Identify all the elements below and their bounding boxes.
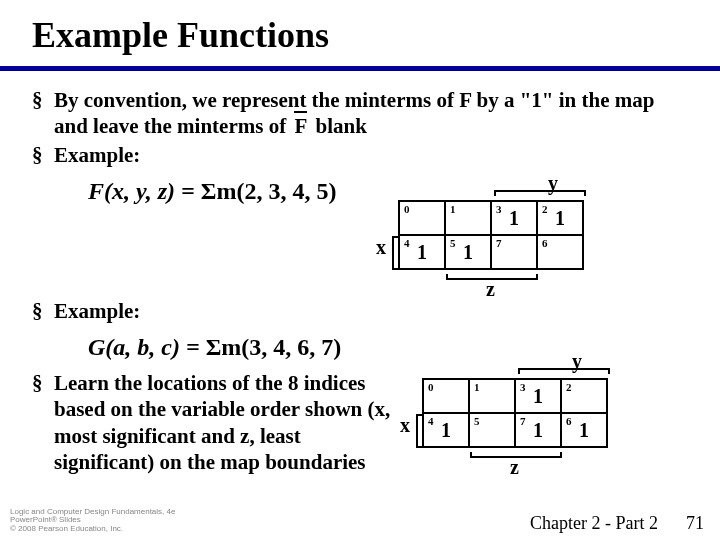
bullet-1-post: blank [310, 114, 367, 138]
kmap-cell: 41 [423, 413, 469, 447]
eq1-sigma: Σm [201, 178, 237, 204]
copyright-block: Logic and Computer Design Fundamentals, … [10, 508, 175, 534]
eq2-args: (3, 4, 6, 7) [241, 334, 341, 360]
cell-idx: 0 [428, 381, 434, 393]
cell-idx: 1 [474, 381, 480, 393]
kmap-f-x-bracket [392, 236, 398, 270]
cell-idx: 7 [520, 415, 526, 427]
eq1-args: (2, 3, 4, 5) [236, 178, 336, 204]
kmap-g-z-label: z [510, 456, 519, 479]
kmap-g-x-label: x [400, 414, 410, 437]
kmap-f-z-label: z [486, 278, 495, 301]
footer-page: 71 [686, 513, 704, 534]
cell-idx: 4 [404, 237, 410, 249]
cell-idx: 3 [496, 203, 502, 215]
kmap-g-x-bracket [416, 414, 422, 448]
slide: Example Functions § By convention, we re… [0, 0, 720, 540]
kmap-cell: 5 [469, 413, 515, 447]
title-rule [0, 66, 720, 71]
equation-g: G(a, b, c) = Σm(3, 4, 6, 7) [88, 332, 341, 362]
bullet-2: § Example: [30, 142, 690, 168]
eq2-sigma: Σm [206, 334, 242, 360]
cell-val: 1 [555, 207, 565, 229]
eq2-lhs: G(a, b, c) = [88, 334, 206, 360]
bullet-1: § By convention, we represent the minter… [30, 87, 690, 140]
cell-val: 1 [509, 207, 519, 229]
footer-chapter: Chapter 2 - Part 2 [530, 513, 658, 534]
cell-val: 1 [441, 419, 451, 441]
kmap-cell: 2 [561, 379, 607, 413]
cell-idx: 3 [520, 381, 526, 393]
cell-idx: 6 [542, 237, 548, 249]
eq1-lhs: F(x, y, z) = [88, 178, 201, 204]
bullet-mark-icon: § [30, 87, 54, 140]
table-row: 0 1 31 21 [399, 201, 583, 235]
kmap-f-table: 0 1 31 21 41 51 7 6 [398, 200, 584, 270]
bullet-3-text: Example: [54, 298, 690, 324]
copyright-line: © 2008 Pearson Education, Inc. [10, 525, 175, 534]
kmap-f-x-label: x [376, 236, 386, 259]
kmap-cell: 61 [561, 413, 607, 447]
kmap-g-y-bracket [518, 368, 610, 374]
kmap-cell: 0 [423, 379, 469, 413]
bullet-mark-icon: § [30, 298, 54, 324]
cell-idx: 4 [428, 415, 434, 427]
kmap-f: y x 0 1 31 21 41 51 7 6 z [398, 200, 584, 270]
cell-val: 1 [579, 419, 589, 441]
f-complement: F [294, 113, 307, 139]
kmap-g: y x 0 1 31 2 41 5 71 61 z [422, 378, 608, 448]
kmap-cell: 41 [399, 235, 445, 269]
kmap-f-y-bracket [494, 190, 586, 196]
kmap-cell: 21 [537, 201, 583, 235]
table-row: 41 5 71 61 [423, 413, 607, 447]
cell-val: 1 [417, 241, 427, 263]
cell-val: 1 [463, 241, 473, 263]
cell-val: 1 [533, 385, 543, 407]
kmap-cell: 31 [491, 201, 537, 235]
kmap-cell: 1 [445, 201, 491, 235]
kmap-cell: 1 [469, 379, 515, 413]
cell-idx: 2 [566, 381, 572, 393]
cell-idx: 5 [474, 415, 480, 427]
cell-idx: 6 [566, 415, 572, 427]
bullet-4: § Learn the locations of the 8 indices b… [30, 370, 400, 475]
kmap-cell: 0 [399, 201, 445, 235]
table-row: 0 1 31 2 [423, 379, 607, 413]
cell-idx: 1 [450, 203, 456, 215]
cell-idx: 2 [542, 203, 548, 215]
kmap-cell: 71 [515, 413, 561, 447]
bullet-2-text: Example: [54, 142, 690, 168]
bullet-3: § Example: [30, 298, 690, 324]
bullet-4-text: Learn the locations of the 8 indices bas… [54, 370, 400, 475]
kmap-cell: 7 [491, 235, 537, 269]
bullet-1-text: By convention, we represent the minterms… [54, 87, 690, 140]
slide-title: Example Functions [32, 14, 690, 56]
kmap-cell: 31 [515, 379, 561, 413]
cell-idx: 5 [450, 237, 456, 249]
table-row: 41 51 7 6 [399, 235, 583, 269]
kmap-cell: 6 [537, 235, 583, 269]
cell-idx: 0 [404, 203, 410, 215]
kmap-g-table: 0 1 31 2 41 5 71 61 [422, 378, 608, 448]
bullet-mark-icon: § [30, 370, 54, 475]
bullet-mark-icon: § [30, 142, 54, 168]
cell-idx: 7 [496, 237, 502, 249]
kmap-cell: 51 [445, 235, 491, 269]
cell-val: 1 [533, 419, 543, 441]
equation-f: F(x, y, z) = Σm(2, 3, 4, 5) [88, 176, 336, 206]
